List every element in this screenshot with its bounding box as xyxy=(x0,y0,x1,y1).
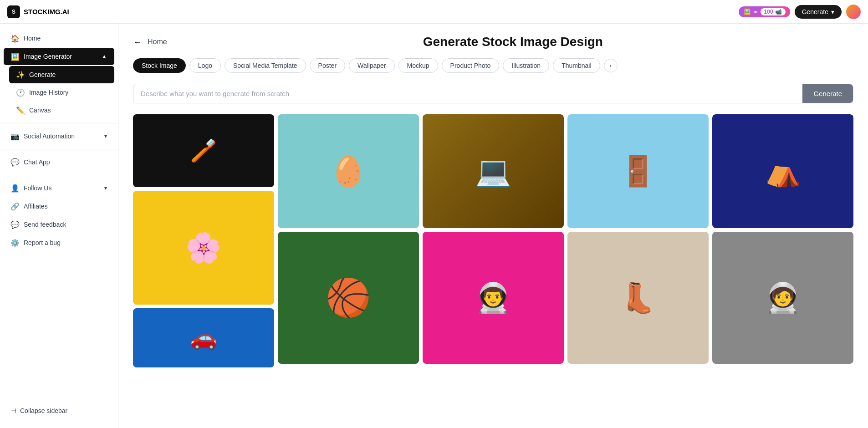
tabs-next-arrow[interactable]: › xyxy=(604,59,618,72)
sidebar-item-image-generator[interactable]: 🖼️ Image Generator ▲ xyxy=(4,48,114,65)
sidebar-item-home[interactable]: 🏠 Home xyxy=(4,30,114,47)
social-icon: 📷 xyxy=(11,132,19,140)
sidebar-item-generate[interactable]: ✨ Generate xyxy=(9,66,114,83)
sidebar-item-send-feedback[interactable]: 💬 Send feedback xyxy=(4,216,114,233)
app-name: STOCKIMG.AI xyxy=(24,8,69,15)
tab-poster[interactable]: Poster xyxy=(310,58,345,73)
image-icon: 🖼️ xyxy=(743,8,751,15)
logo: S STOCKIMG.AI xyxy=(7,5,69,18)
sidebar-item-social-automation[interactable]: 📷 Social Automation ▾ xyxy=(4,127,114,145)
image-basketball[interactable]: 🏀 xyxy=(278,232,419,364)
image-toothbrush[interactable]: 🪥 xyxy=(133,114,274,187)
sidebar-item-canvas[interactable]: ✏️ Canvas xyxy=(9,102,114,119)
avatar[interactable] xyxy=(846,5,861,19)
history-icon: 🕐 xyxy=(16,88,25,97)
tab-logo[interactable]: Logo xyxy=(189,58,221,73)
tab-wallpaper[interactable]: Wallpaper xyxy=(349,58,395,73)
canvas-icon: ✏️ xyxy=(16,106,25,114)
sidebar-divider-1 xyxy=(0,123,118,123)
image-eggs[interactable]: 🥚 xyxy=(278,114,419,228)
tab-mockup[interactable]: Mockup xyxy=(398,58,438,73)
tab-social-media[interactable]: Social Media Template xyxy=(225,58,306,73)
chevron-down-2-icon: ▾ xyxy=(104,185,107,191)
sidebar-divider-3 xyxy=(0,175,118,175)
grid-col-4: ⛺ 🧑‍🚀 xyxy=(712,114,853,367)
bug-icon: ⚙️ xyxy=(11,239,19,247)
tab-product-photo[interactable]: Product Photo xyxy=(442,58,500,73)
image-door[interactable]: 🚪 xyxy=(567,114,709,228)
sidebar-item-chat-app[interactable]: 💬 Chat App xyxy=(4,153,114,171)
chevron-down-icon: ▾ xyxy=(104,133,107,139)
main-header: ← Home Generate Stock Image Design xyxy=(133,35,853,49)
home-breadcrumb[interactable]: Home xyxy=(148,38,167,46)
page-title: Generate Stock Image Design xyxy=(173,35,853,49)
chat-icon: 💬 xyxy=(11,158,19,166)
sidebar: 🏠 Home 🖼️ Image Generator ▲ ✨ Generate 🕐… xyxy=(0,24,118,428)
grid-col-3: 🚪 👢 xyxy=(567,114,709,367)
tabs-container: Stock Image Logo Social Media Template P… xyxy=(133,58,853,73)
image-astronaut-store[interactable]: 🧑‍🚀 xyxy=(712,232,853,364)
generate-top-button[interactable]: Generate ▾ xyxy=(795,5,842,19)
follow-icon: 👤 xyxy=(11,184,19,192)
sidebar-item-follow-us[interactable]: 👤 Follow Us ▾ xyxy=(4,179,114,197)
sidebar-divider-2 xyxy=(0,149,118,149)
feedback-icon: 💬 xyxy=(11,220,19,229)
video-icon: 📹 xyxy=(775,9,782,15)
collapse-sidebar-button[interactable]: ⊣ Collapse sidebar xyxy=(4,403,114,419)
chevron-up-icon: ▲ xyxy=(102,53,107,60)
tab-illustration[interactable]: Illustration xyxy=(503,58,549,73)
topbar: S STOCKIMG.AI 🖼️ ∞ 100 📹 Generate ▾ xyxy=(0,0,868,24)
image-boots[interactable]: 👢 xyxy=(567,232,709,364)
image-car[interactable]: 🚗 xyxy=(133,308,274,367)
search-bar: Generate xyxy=(133,84,853,103)
collapse-icon: ⊣ xyxy=(11,407,16,414)
image-generator-icon: 🖼️ xyxy=(11,52,19,61)
topbar-right: 🖼️ ∞ 100 📹 Generate ▾ xyxy=(739,5,861,19)
affiliates-icon: 🔗 xyxy=(11,202,19,210)
image-generator-submenu: ✨ Generate 🕐 Image History ✏️ Canvas xyxy=(0,66,118,119)
sparkle-icon: ✨ xyxy=(16,71,25,79)
credits-count: 100 📹 xyxy=(761,8,786,15)
image-flower[interactable]: 🌸 xyxy=(133,191,274,305)
main-content: ← Home Generate Stock Image Design Stock… xyxy=(118,24,868,428)
search-generate-button[interactable]: Generate xyxy=(802,84,853,103)
credits-badge[interactable]: 🖼️ ∞ 100 📹 xyxy=(739,6,790,17)
tab-thumbnail[interactable]: Thumbnail xyxy=(553,58,600,73)
layout: 🏠 Home 🖼️ Image Generator ▲ ✨ Generate 🕐… xyxy=(0,24,868,428)
sidebar-item-affiliates[interactable]: 🔗 Affiliates xyxy=(4,198,114,215)
grid-col-2: 💻 👨‍🚀 xyxy=(423,114,564,367)
search-input[interactable] xyxy=(133,84,802,103)
grid-col-1: 🥚 🏀 xyxy=(278,114,419,367)
sidebar-item-image-history[interactable]: 🕐 Image History xyxy=(9,84,114,101)
image-tent[interactable]: ⛺ xyxy=(712,114,853,228)
image-laptop[interactable]: 💻 xyxy=(423,114,564,228)
image-grid: 🪥 🌸 🚗 🥚 🏀 � xyxy=(133,114,853,367)
image-astronaut-tv[interactable]: 👨‍🚀 xyxy=(423,232,564,364)
sidebar-item-report-bug[interactable]: ⚙️ Report a bug xyxy=(4,234,114,251)
logo-icon: S xyxy=(7,5,20,18)
sidebar-bottom: ⊣ Collapse sidebar xyxy=(0,399,118,423)
back-button[interactable]: ← xyxy=(133,37,142,47)
tab-stock-image[interactable]: Stock Image xyxy=(133,58,186,73)
home-icon: 🏠 xyxy=(11,34,19,42)
grid-col-0: 🪥 🌸 🚗 xyxy=(133,114,274,367)
infinity-icon: ∞ xyxy=(753,8,757,15)
